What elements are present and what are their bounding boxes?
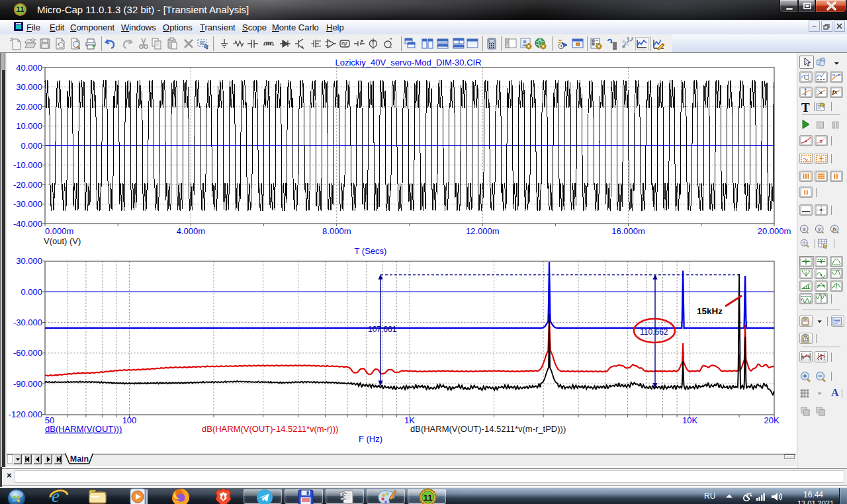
svg-text:16.000m: 16.000m [611,226,645,236]
svg-text:0.000: 0.000 [21,141,42,151]
svg-text:30.000: 30.000 [16,256,42,266]
svg-text:11: 11 [424,493,433,503]
svg-text:-60.000: -60.000 [13,348,42,358]
svg-text:fx: fx [832,89,838,95]
svg-text:20.000m: 20.000m [758,226,791,236]
svg-text:12.000m: 12.000m [466,226,500,236]
svg-text:y: y [817,226,821,232]
svg-text:0.000: 0.000 [21,287,42,297]
svg-text:20K: 20K [764,415,779,425]
svg-text:Main: Main [70,454,89,464]
svg-text:-30.000: -30.000 [13,199,42,209]
svg-text:-10.000: -10.000 [13,160,42,170]
svg-text:dB(HARM(V(OUT))): dB(HARM(V(OUT))) [45,424,122,434]
svg-text:100: 100 [122,415,137,425]
svg-text:10K: 10K [682,415,697,425]
svg-text:40.000: 40.000 [16,63,42,73]
svg-text:10.000: 10.000 [16,121,42,131]
svg-text:F (Hz): F (Hz) [359,434,382,444]
svg-text:123: 123 [803,338,808,341]
svg-text:20.000: 20.000 [16,102,42,112]
svg-text:0.000m: 0.000m [45,226,73,236]
svg-text:V(out) (V): V(out) (V) [44,236,81,246]
svg-text:T (Secs): T (Secs) [355,246,387,256]
svg-text:-40.000: -40.000 [13,219,42,229]
svg-text:-120.000: -120.000 [9,409,42,419]
svg-text:Lozickiy_40V_servo-Mod_DIM-30.: Lozickiy_40V_servo-Mod_DIM-30.CIR [335,58,481,67]
svg-text:15kHz: 15kHz [697,306,723,316]
svg-text:x: x [802,226,805,232]
svg-text:-20.000: -20.000 [13,180,42,190]
svg-text:fx: fx [832,226,836,232]
svg-text:dB(HARM(V(OUT)-14.5211*v(m-r_t: dB(HARM(V(OUT)-14.5211*v(m-r_tPD))) [410,424,566,434]
svg-text:-90.000: -90.000 [13,379,42,389]
svg-text:4.000m: 4.000m [177,226,205,236]
svg-text:30.000: 30.000 [16,82,42,92]
svg-text:dB(HARM(V(OUT)-14.5211*v(m-r)): dB(HARM(V(OUT)-14.5211*v(m-r))) [202,424,338,434]
svg-text:107.661: 107.661 [368,325,397,334]
svg-text:8.000m: 8.000m [322,226,351,236]
svg-text:110.662: 110.662 [640,327,668,337]
svg-text:-30.000: -30.000 [13,317,42,327]
